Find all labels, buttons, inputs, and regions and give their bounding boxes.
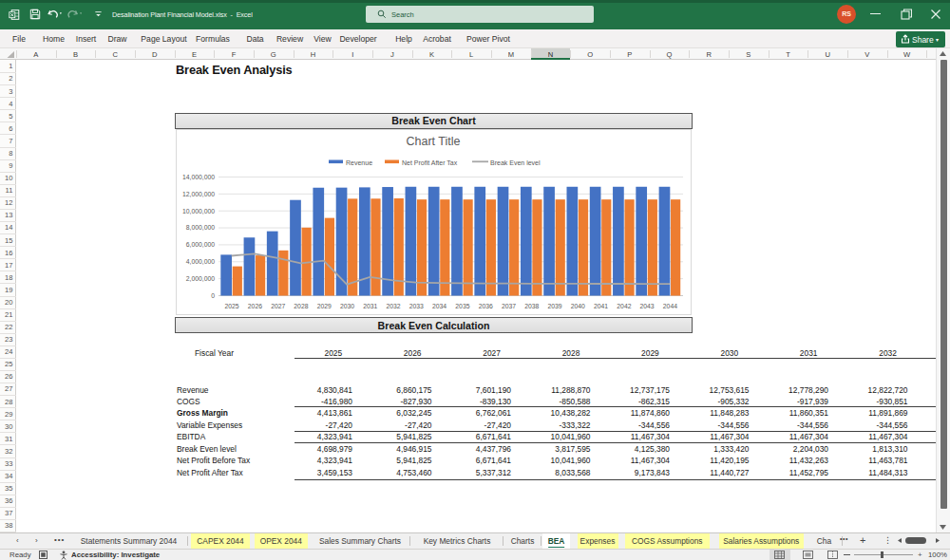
svg-text:2037: 2037 xyxy=(502,303,516,309)
svg-text:2029: 2029 xyxy=(317,303,332,309)
svg-text:2039: 2039 xyxy=(547,303,561,309)
svg-text:2038: 2038 xyxy=(524,303,539,309)
svg-text:14,000,000: 14,000,000 xyxy=(182,173,215,179)
svg-text:2042: 2042 xyxy=(617,303,631,309)
svg-text:2031: 2031 xyxy=(363,303,377,309)
svg-text:2025: 2025 xyxy=(225,303,239,309)
svg-text:6,000,000: 6,000,000 xyxy=(186,241,215,248)
svg-text:2041: 2041 xyxy=(594,303,608,309)
svg-text:2032: 2032 xyxy=(387,303,401,309)
svg-text:2036: 2036 xyxy=(479,303,493,309)
svg-text:0: 0 xyxy=(211,291,215,298)
svg-text:Chart Title: Chart Title xyxy=(407,134,461,147)
svg-text:2040: 2040 xyxy=(571,303,585,309)
svg-text:2030: 2030 xyxy=(340,303,354,309)
svg-text:2033: 2033 xyxy=(409,303,424,309)
svg-text:8,000,000: 8,000,000 xyxy=(186,224,215,231)
svg-text:2027: 2027 xyxy=(271,303,285,309)
svg-text:Net Profit After Tax: Net Profit After Tax xyxy=(402,159,458,165)
svg-text:10,000,000: 10,000,000 xyxy=(182,207,215,214)
svg-text:2,000,000: 2,000,000 xyxy=(186,275,215,282)
svg-text:Break Even level: Break Even level xyxy=(490,159,541,165)
svg-text:2044: 2044 xyxy=(663,303,677,309)
svg-text:12,000,000: 12,000,000 xyxy=(182,190,215,196)
svg-text:Revenue: Revenue xyxy=(346,159,372,165)
svg-text:2043: 2043 xyxy=(640,303,655,309)
svg-text:2028: 2028 xyxy=(294,303,308,309)
svg-text:2034: 2034 xyxy=(432,303,446,309)
svg-text:2026: 2026 xyxy=(248,303,262,309)
svg-text:4,000,000: 4,000,000 xyxy=(186,258,215,265)
svg-text:2035: 2035 xyxy=(455,303,469,309)
